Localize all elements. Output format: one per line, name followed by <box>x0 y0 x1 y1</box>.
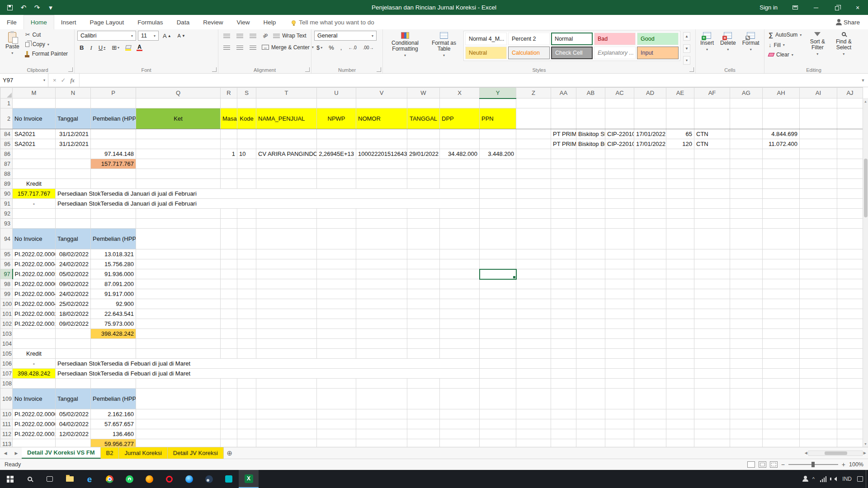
cell-AD98[interactable] <box>634 279 666 289</box>
delete-cells-button[interactable]: × Delete▾ <box>718 31 738 66</box>
cell-AA88[interactable] <box>551 169 576 179</box>
cut-button[interactable]: ✂Cut <box>24 31 69 38</box>
cell-AJ95[interactable] <box>837 249 863 259</box>
cell-V84[interactable] <box>356 129 407 139</box>
cell-AG106[interactable] <box>730 359 763 369</box>
cell-X97[interactable] <box>440 269 480 279</box>
cell-AB89[interactable] <box>576 179 605 189</box>
cell-AD89[interactable] <box>634 179 666 189</box>
cell-N84[interactable]: 31/12/2021 <box>56 129 91 139</box>
cell-Z84[interactable] <box>516 129 551 139</box>
underline-button[interactable]: U▾ <box>96 43 108 52</box>
cell-Z89[interactable] <box>516 179 551 189</box>
cell-AD87[interactable] <box>634 159 666 169</box>
cell-Z97[interactable] <box>516 269 551 279</box>
cell-AI87[interactable] <box>800 159 837 169</box>
cell-AJ86[interactable] <box>837 149 863 159</box>
tab-formulas[interactable]: Formulas <box>131 15 170 29</box>
cell-N110[interactable]: 05/02/2022 <box>56 409 91 419</box>
cell-AA101[interactable] <box>551 309 576 319</box>
cell-Z85[interactable] <box>516 139 551 149</box>
cell-AC110[interactable] <box>605 409 634 419</box>
cell-Y111[interactable] <box>480 419 516 429</box>
cell-AF94[interactable] <box>694 229 730 249</box>
cell-U104[interactable] <box>317 339 356 349</box>
cell-R2[interactable]: Masa <box>221 108 237 129</box>
cell-U89[interactable] <box>317 179 356 189</box>
cell-U96[interactable] <box>317 259 356 269</box>
cell-N102[interactable]: 09/02/2022 <box>56 319 91 329</box>
cell-Y112[interactable] <box>480 429 516 439</box>
cell-AH1[interactable] <box>763 99 800 108</box>
tab-data[interactable]: Data <box>170 15 197 29</box>
cell-V92[interactable] <box>356 209 407 219</box>
cell-N1[interactable] <box>56 99 91 108</box>
cell-V110[interactable] <box>356 409 407 419</box>
cell-AA84[interactable]: PT PRIMA <box>551 129 576 139</box>
cell-AC2[interactable] <box>605 108 634 129</box>
cell-U101[interactable] <box>317 309 356 319</box>
cell-U100[interactable] <box>317 299 356 309</box>
cell-M111[interactable]: PI.2022.02.00001 <box>13 419 56 429</box>
tab-insert[interactable]: Insert <box>54 15 83 29</box>
cell-AC104[interactable] <box>605 339 634 349</box>
redo-button[interactable]: ↷ <box>33 2 42 13</box>
cell-R85[interactable] <box>221 139 237 149</box>
cell-AG2[interactable] <box>730 108 763 129</box>
cell-P108[interactable] <box>91 379 136 389</box>
cell-AB99[interactable] <box>576 289 605 299</box>
cell-Y95[interactable] <box>480 249 516 259</box>
cell-X85[interactable] <box>440 139 480 149</box>
cell-M1[interactable] <box>13 99 56 108</box>
cell-M88[interactable] <box>13 169 56 179</box>
cell-Y106[interactable] <box>480 359 516 369</box>
cell-M101[interactable]: PI.2022.02.00023 <box>13 309 56 319</box>
row-header-90[interactable]: 90 <box>0 189 13 199</box>
cell-S85[interactable] <box>237 139 256 149</box>
cell-X92[interactable] <box>440 209 480 219</box>
cell-Q98[interactable] <box>136 279 221 289</box>
cell-AD101[interactable] <box>634 309 666 319</box>
cell-V99[interactable] <box>356 289 407 299</box>
cell-W109[interactable] <box>407 389 440 409</box>
font-size-select[interactable]: 11▾ <box>138 31 159 41</box>
zoom-slider[interactable] <box>788 464 838 465</box>
row-header-84[interactable]: 84 <box>0 129 13 139</box>
cell-AH107[interactable] <box>763 369 800 379</box>
cell-AE90[interactable] <box>666 189 694 199</box>
borders-button[interactable]: ⊞▾ <box>109 43 122 52</box>
cell-AI102[interactable] <box>800 319 837 329</box>
cell-R100[interactable] <box>221 299 237 309</box>
cell-M94[interactable]: No Invoice <box>13 229 56 249</box>
cell-R99[interactable] <box>221 289 237 299</box>
cell-AJ87[interactable] <box>837 159 863 169</box>
cell-AA111[interactable] <box>551 419 576 429</box>
cell-U95[interactable] <box>317 249 356 259</box>
cell-M2[interactable]: No Invoice <box>13 108 56 129</box>
search-button[interactable] <box>20 470 40 488</box>
cell-N88[interactable] <box>56 169 91 179</box>
cell-AF90[interactable] <box>694 189 730 199</box>
cell-U112[interactable] <box>317 429 356 439</box>
cell-AG91[interactable] <box>730 199 763 209</box>
cell-AJ84[interactable] <box>837 129 863 139</box>
cell-Y86[interactable]: 3.448.200 <box>480 149 516 159</box>
cell-X113[interactable] <box>440 439 480 447</box>
cell-AG110[interactable] <box>730 409 763 419</box>
row-header-99[interactable]: 99 <box>0 289 13 299</box>
cell-AB90[interactable] <box>576 189 605 199</box>
cell-U1[interactable] <box>317 99 356 108</box>
cell-AC89[interactable] <box>605 179 634 189</box>
cell-S97[interactable] <box>237 269 256 279</box>
cell-P2[interactable]: Pembelian (HPP) <box>91 108 136 129</box>
cell-AG98[interactable] <box>730 279 763 289</box>
cell-W102[interactable] <box>407 319 440 329</box>
row-header-111[interactable]: 111 <box>0 419 13 429</box>
cell-AD93[interactable] <box>634 219 666 229</box>
cell-S89[interactable] <box>237 179 256 189</box>
cell-AD112[interactable] <box>634 429 666 439</box>
cell-AI99[interactable] <box>800 289 837 299</box>
font-color-button[interactable]: A <box>135 43 144 52</box>
cell-R103[interactable] <box>221 329 237 339</box>
cell-AI105[interactable] <box>800 349 837 359</box>
